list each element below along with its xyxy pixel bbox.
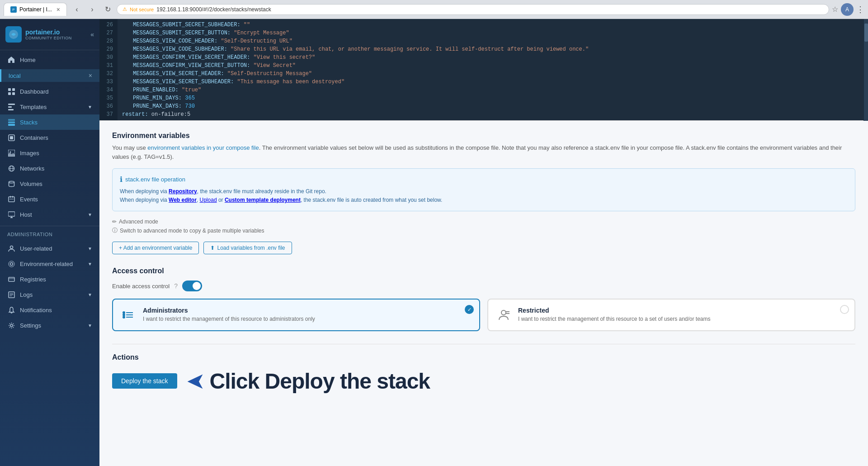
tab-title: Portainer | I... xyxy=(19,6,52,13)
images-icon xyxy=(7,149,15,157)
env-desc-part1: You may use xyxy=(112,144,147,151)
logo-icon xyxy=(5,26,22,43)
sidebar-item-user-related[interactable]: User-related ▼ xyxy=(0,241,99,256)
svg-point-18 xyxy=(9,181,14,183)
sidebar-collapse-button[interactable]: « xyxy=(90,31,94,38)
sidebar-item-stacks[interactable]: Stacks xyxy=(0,114,99,130)
bookmark-star-icon[interactable]: ☆ xyxy=(832,5,838,14)
sidebar-item-images[interactable]: Images xyxy=(0,145,99,161)
access-control-toggle[interactable] xyxy=(182,281,202,291)
sidebar-item-containers[interactable]: Containers xyxy=(0,130,99,145)
sidebar-item-environment-related[interactable]: Environment-related ▼ xyxy=(0,256,99,271)
sidebar-item-home[interactable]: Home xyxy=(0,52,99,67)
sidebar-item-settings-label: Settings xyxy=(20,322,41,329)
forward-button[interactable]: › xyxy=(86,3,99,16)
settings-chevron-icon: ▼ xyxy=(88,323,92,328)
sidebar-admin-section: User-related ▼ Environment-related ▼ Reg… xyxy=(0,239,99,335)
sidebar-item-templates[interactable]: Templates ▼ xyxy=(0,99,99,114)
svg-rect-8 xyxy=(8,119,15,121)
reload-button[interactable]: ↻ xyxy=(101,3,114,16)
logo-sub: COMMUNITY EDITION xyxy=(25,36,72,40)
tab-close-button[interactable]: × xyxy=(57,6,60,13)
svg-rect-10 xyxy=(8,124,15,126)
code-line-34: PRUNE_ENABLED: "true" xyxy=(122,86,863,94)
security-label: Not secure xyxy=(130,7,154,12)
sidebar-item-registries[interactable]: Registries xyxy=(0,271,99,287)
click-annotation-text: Click Deploy the stack xyxy=(210,369,430,394)
restricted-card[interactable]: Restricted I want to restrict the manage… xyxy=(487,299,855,331)
add-env-variable-button[interactable]: + Add an environment variable xyxy=(112,242,199,254)
upload-link[interactable]: Upload xyxy=(200,197,217,203)
svg-point-14 xyxy=(9,151,11,152)
administrators-card-text: Administrators I want to restrict the ma… xyxy=(143,307,315,322)
access-control-title: Access control xyxy=(112,267,855,275)
app-container: portainer.io COMMUNITY EDITION « Home lo… xyxy=(0,19,868,466)
logo-name: portainer.io xyxy=(25,29,72,36)
sidebar-item-dashboard-label: Dashboard xyxy=(20,88,49,95)
administrators-card-desc: I want to restrict the management of thi… xyxy=(143,316,315,322)
actions-title: Actions xyxy=(112,353,855,361)
svg-rect-4 xyxy=(12,92,15,95)
env-close-button[interactable]: × xyxy=(89,72,92,79)
svg-rect-12 xyxy=(10,136,13,139)
env-variables-section: Environment variables You may use enviro… xyxy=(112,132,855,254)
svg-rect-5 xyxy=(8,104,15,105)
info-line-2: When deploying via Web editor, Upload or… xyxy=(120,196,848,204)
web-editor-link[interactable]: Web editor xyxy=(169,197,197,203)
sidebar-item-host-label: Host xyxy=(20,211,32,218)
browser-menu-button[interactable]: ⋮ xyxy=(856,5,864,14)
env-desc-link[interactable]: environment variables in your compose fi… xyxy=(147,144,259,151)
tab-favicon: P xyxy=(10,6,17,13)
code-content[interactable]: MESSAGES_SUBMIT_SECRET_SUBHEADER: "" MES… xyxy=(118,19,868,120)
sidebar-item-events[interactable]: Events xyxy=(0,191,99,207)
sidebar-item-notifications[interactable]: Notifications xyxy=(0,302,99,318)
info-box-title: ℹ stack.env file operation xyxy=(120,175,848,184)
edit-icon: ✏ xyxy=(112,219,117,225)
code-line-36: PRUNE_MAX_DAYS: 730 xyxy=(122,102,863,110)
code-scrollbar[interactable] xyxy=(863,19,868,121)
sidebar-item-notifications-label: Notifications xyxy=(20,307,52,314)
profile-button[interactable]: A xyxy=(841,3,854,16)
registries-icon xyxy=(7,275,15,283)
sidebar-item-logs[interactable]: Logs ▼ xyxy=(0,287,99,302)
browser-tab[interactable]: P Portainer | I... × xyxy=(4,3,67,16)
code-line-27: MESSAGES_SUBMIT_SECRET_BUTTON: "Encrypt … xyxy=(122,29,863,37)
address-bar[interactable]: ⚠ Not secure 192.168.1.18:9000/#!/2/dock… xyxy=(117,4,829,15)
environment-related-icon xyxy=(7,260,15,268)
access-toggle-row: Enable access control ? xyxy=(112,281,855,291)
arrow-annotation: ➤ Click Deploy the stack xyxy=(186,368,430,394)
administrators-card[interactable]: Administrators I want to restrict the ma… xyxy=(112,299,480,331)
sidebar-item-networks[interactable]: Networks xyxy=(0,161,99,176)
code-line-30: MESSAGES_CONFIRM_VIEW_SECRET_HEADER: "Vi… xyxy=(122,53,863,62)
back-button[interactable]: ‹ xyxy=(71,3,83,16)
line-num-28: 28 xyxy=(104,37,113,45)
deploy-stack-button[interactable]: Deploy the stack xyxy=(112,373,177,389)
svg-rect-6 xyxy=(8,106,12,108)
main-content: 26 27 28 29 30 31 32 33 34 35 36 37 xyxy=(99,19,868,466)
line-num-35: 35 xyxy=(104,94,113,102)
upload-icon: ⬆ xyxy=(210,245,215,251)
sidebar-home-section: Home xyxy=(0,50,99,69)
code-line-32: MESSAGES_VIEW_SECRET_HEADER: "Self-Destr… xyxy=(122,70,863,78)
info-line-1: When deploying via Repository, the stack… xyxy=(120,187,848,196)
load-env-file-button[interactable]: ⬆ Load variables from .env file xyxy=(203,242,292,254)
custom-template-link[interactable]: Custom template deployment xyxy=(225,197,301,203)
code-line-35: PRUNE_MIN_DAYS: 365 xyxy=(122,94,863,102)
sidebar-item-settings[interactable]: Settings ▼ xyxy=(0,318,99,333)
arrow-icon: ➤ xyxy=(186,368,205,394)
host-icon xyxy=(7,210,15,219)
toggle-slider xyxy=(182,281,202,291)
env-section-description: You may use environment variables in you… xyxy=(112,143,855,161)
sidebar-item-volumes[interactable]: Volumes xyxy=(0,176,99,191)
volumes-icon xyxy=(7,180,15,188)
code-scrollbar-thumb[interactable] xyxy=(864,24,868,42)
logo-text: portainer.io COMMUNITY EDITION xyxy=(25,29,72,40)
sidebar-item-logs-label: Logs xyxy=(20,291,33,298)
repository-link[interactable]: Repository xyxy=(169,188,197,195)
code-line-26: MESSAGES_SUBMIT_SECRET_SUBHEADER: "" xyxy=(122,21,863,29)
advanced-mode-link[interactable]: ✏ Advanced mode xyxy=(112,219,855,225)
sidebar-item-dashboard[interactable]: Dashboard xyxy=(0,84,99,99)
sidebar-item-host[interactable]: Host ▼ xyxy=(0,207,99,222)
code-editor-area: 26 27 28 29 30 31 32 33 34 35 36 37 xyxy=(99,19,868,121)
tab-bar: P Portainer | I... × xyxy=(4,3,67,16)
